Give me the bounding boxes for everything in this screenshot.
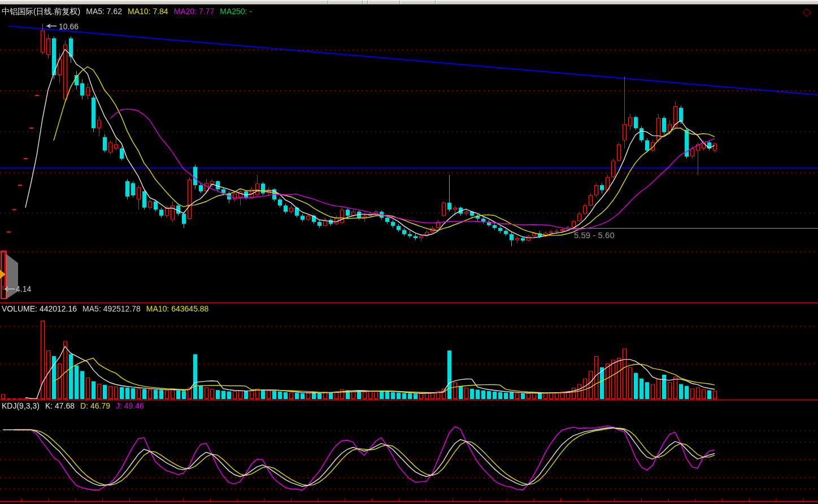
legend-item: MA250: - (220, 7, 252, 16)
legend-item: K: 47.68 (45, 401, 75, 410)
legend-item: D: 46.79 (80, 401, 110, 410)
legend-item: 中铝国际(日线.前复权) (2, 7, 80, 16)
price-high-marker: 10.66 (59, 22, 79, 31)
price-low-marker: 4.14 (16, 284, 31, 293)
legend-item: MA20: 7.77 (174, 7, 215, 16)
legend-item: MA5: 492512.78 (82, 304, 141, 313)
main-chart-legend: 中铝国际(日线.前复权)MA5: 7.62MA10: 7.84MA20: 7.7… (2, 7, 258, 17)
price-range-label: 5.59 - 5.60 (574, 230, 615, 240)
diamond-drawing-marker[interactable]: ◇ (803, 6, 811, 17)
legend-item: VOLUME: 442012.16 (2, 304, 77, 313)
legend-item: MA5: 7.62 (86, 7, 122, 16)
stock-chart-canvas[interactable] (0, 0, 818, 504)
legend-item: MA10: 7.84 (128, 7, 168, 16)
legend-item: KDJ(9,3,3) (2, 401, 40, 410)
volume-legend: VOLUME: 442012.16MA5: 492512.78MA10: 643… (2, 304, 214, 313)
legend-item: J: 49.46 (116, 401, 144, 410)
legend-item: MA10: 643645.88 (146, 304, 209, 313)
kdj-legend: KDJ(9,3,3)K: 47.68D: 46.79J: 49.46 (2, 401, 150, 410)
stock-app-screen: 中铝国际(日线.前复权)MA5: 7.62MA10: 7.84MA20: 7.7… (0, 0, 818, 504)
